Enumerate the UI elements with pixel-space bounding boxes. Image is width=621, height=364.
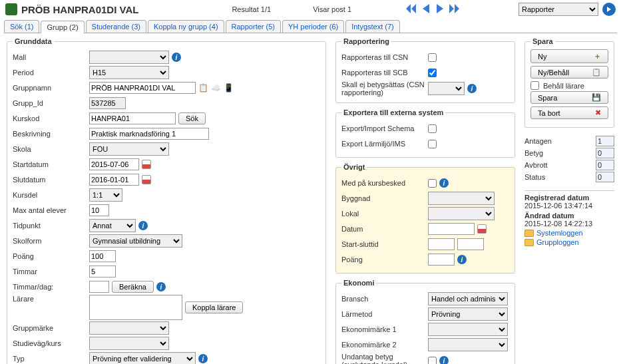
larare-textarea[interactable] bbox=[89, 295, 182, 320]
csn-checkbox[interactable] bbox=[428, 53, 437, 62]
next-icon[interactable] bbox=[434, 3, 446, 15]
undantag-checkbox[interactable] bbox=[428, 357, 437, 365]
gruppid-label: Grupp_Id bbox=[13, 99, 89, 107]
rapporter-select[interactable]: Rapporter bbox=[518, 3, 598, 16]
gruppid-input bbox=[89, 97, 126, 109]
skola-label: Skola bbox=[13, 145, 89, 153]
kursbesked-label: Med på kursbesked bbox=[341, 179, 428, 187]
avbrott-value: 0 bbox=[596, 160, 614, 170]
info-icon[interactable]: i bbox=[467, 84, 477, 93]
larare-label: Lärare bbox=[13, 295, 89, 303]
behall-larare-label: Behåll lärare bbox=[543, 82, 584, 90]
koppla-larare-button[interactable]: Koppla lärare bbox=[185, 301, 243, 313]
ovrigt-poang-input[interactable] bbox=[428, 254, 455, 266]
tab-koppla[interactable]: Koppla ny grupp (4) bbox=[148, 20, 224, 33]
delete-icon: ✖ bbox=[595, 108, 601, 117]
schema-checkbox[interactable] bbox=[428, 124, 437, 133]
mall-select[interactable] bbox=[89, 51, 169, 64]
timmar-label: Timmar bbox=[13, 268, 89, 275]
slutdatum-label: Slutdatum bbox=[13, 176, 89, 184]
undantag-label: Undantag betyg (avslutande kursdel) bbox=[341, 353, 428, 364]
scb-checkbox[interactable] bbox=[428, 69, 437, 77]
larmiljo-checkbox[interactable] bbox=[428, 140, 437, 148]
first-icon[interactable] bbox=[405, 3, 418, 15]
starttid-input[interactable] bbox=[428, 238, 455, 250]
spara-button[interactable]: Spara💾 bbox=[530, 91, 608, 104]
tab-intygstext[interactable]: Intygstext (7) bbox=[345, 20, 400, 33]
skolform-select[interactable]: Gymnasial utbildning bbox=[89, 234, 182, 248]
behall-larare-checkbox[interactable] bbox=[530, 81, 539, 90]
period-label: Period bbox=[13, 69, 89, 77]
sok-button[interactable]: Sök bbox=[178, 112, 206, 124]
cloud-icon[interactable]: ☁️ bbox=[211, 83, 221, 92]
byggnad-select[interactable] bbox=[428, 192, 495, 205]
prev-icon[interactable] bbox=[420, 3, 432, 15]
ekonomi-legend: Ekonomi bbox=[341, 279, 376, 287]
calendar-icon[interactable] bbox=[477, 224, 487, 234]
eko2-select[interactable] bbox=[428, 338, 508, 351]
gruppmarke-label: Gruppmärke bbox=[13, 324, 89, 332]
skola-select[interactable]: FOU bbox=[89, 142, 169, 156]
device-icon[interactable]: 📱 bbox=[224, 83, 234, 92]
startdatum-input[interactable] bbox=[89, 158, 139, 170]
betyg-value: 0 bbox=[596, 148, 614, 158]
info-icon[interactable]: i bbox=[457, 255, 467, 264]
period-select[interactable]: H15 bbox=[89, 66, 169, 79]
info-icon[interactable]: i bbox=[198, 354, 208, 363]
bransch-select[interactable]: Handel och adminis bbox=[428, 292, 508, 305]
info-icon[interactable]: i bbox=[172, 53, 181, 62]
go-button[interactable] bbox=[602, 3, 616, 16]
info-icon[interactable]: i bbox=[156, 282, 166, 291]
berakna-button[interactable]: Beräkna bbox=[112, 281, 154, 293]
kursbesked-checkbox[interactable] bbox=[428, 179, 437, 188]
byggnad-label: Byggnad bbox=[341, 194, 428, 202]
tidpunkt-select[interactable]: Annat bbox=[89, 219, 136, 232]
larmetod-select[interactable]: Prövning bbox=[428, 307, 508, 321]
timmardag-label: Timmar/dag: bbox=[13, 283, 89, 291]
beskrivning-input[interactable] bbox=[89, 128, 209, 140]
calendar-icon[interactable] bbox=[142, 160, 151, 169]
copy-icon[interactable]: 📋 bbox=[198, 83, 208, 92]
kursdel-select[interactable]: 1:1 bbox=[89, 188, 122, 202]
ovrigt-legend: Övrigt bbox=[341, 163, 367, 171]
kursdel-label: Kursdel bbox=[13, 191, 89, 199]
tab-grupp[interactable]: Grupp (2) bbox=[41, 21, 84, 33]
info-icon[interactable]: i bbox=[439, 356, 449, 364]
slutdatum-input[interactable] bbox=[89, 174, 139, 186]
studievag-select[interactable] bbox=[89, 337, 169, 350]
tab-studerande[interactable]: Studerande (3) bbox=[86, 20, 146, 33]
studievag-label: Studieväg/kurs bbox=[13, 339, 89, 347]
kurskod-input[interactable] bbox=[89, 112, 176, 124]
eko1-select[interactable] bbox=[428, 323, 508, 336]
larmiljo-label: Export Lärmiljö/IMS bbox=[341, 140, 428, 148]
timmardag-input[interactable] bbox=[89, 281, 109, 293]
last-icon[interactable] bbox=[448, 3, 461, 15]
tab-rapporter[interactable]: Rapporter (5) bbox=[226, 20, 281, 33]
datum-input[interactable] bbox=[428, 223, 475, 235]
datum-label: Datum bbox=[341, 225, 428, 233]
tab-sok[interactable]: Sök (1) bbox=[4, 20, 39, 33]
calendar-icon[interactable] bbox=[142, 175, 151, 184]
gruppnamn-label: Gruppnamn bbox=[13, 84, 89, 92]
info-icon[interactable]: i bbox=[439, 178, 449, 188]
tab-yh[interactable]: YH perioder (6) bbox=[282, 20, 344, 33]
info-icon[interactable]: i bbox=[138, 221, 148, 230]
grupploggen-link[interactable]: Grupploggen bbox=[536, 238, 579, 246]
gruppmarke-select[interactable] bbox=[89, 321, 169, 335]
grunddata-fieldset: Grunddata Mall i Period H15 Gruppnamn 📋 … bbox=[7, 37, 326, 364]
eko1-label: Ekonomimärke 1 bbox=[341, 325, 428, 333]
ny-button[interactable]: Ny＋ bbox=[530, 49, 608, 63]
tabort-button[interactable]: Ta bort✖ bbox=[530, 106, 608, 119]
skall-ej-select[interactable] bbox=[428, 82, 465, 95]
systemloggen-link[interactable]: Systemloggen bbox=[536, 229, 583, 237]
poang-input[interactable] bbox=[89, 250, 116, 262]
nybehall-button[interactable]: Ny/Behåll📋 bbox=[530, 66, 608, 79]
maxelever-input[interactable] bbox=[89, 204, 109, 216]
typ-select[interactable]: Prövning efter validering bbox=[89, 352, 196, 364]
gruppnamn-input[interactable] bbox=[89, 82, 196, 94]
csn-label: Rapporteras till CSN bbox=[341, 53, 428, 61]
timmar-input[interactable] bbox=[89, 266, 116, 277]
tidpunkt-label: Tidpunkt bbox=[13, 222, 89, 230]
lokal-select[interactable] bbox=[428, 207, 495, 220]
sluttid-input[interactable] bbox=[457, 238, 484, 250]
